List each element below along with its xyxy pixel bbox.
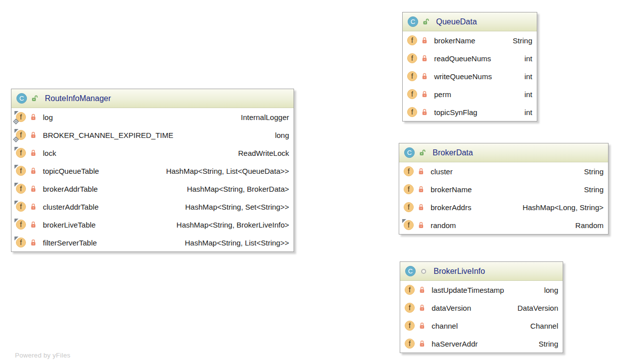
field-type: HashMap<String, List<String>> (177, 239, 289, 247)
private-lock-icon (30, 149, 36, 156)
field-type: HashMap<String, BrokerLiveInfo> (168, 221, 289, 229)
field-icon: f (16, 130, 26, 140)
uml-class-node-BrokerLiveInfo[interactable]: C BrokerLiveInfo f lastUp (400, 261, 563, 353)
field-name: BROKER_CHANNEL_EXPIRED_TIME (43, 131, 173, 139)
field-name: brokerName (431, 185, 472, 194)
field-row[interactable]: f brokerName String (403, 31, 537, 49)
field-type: HashMap<String, BrokerData> (179, 185, 289, 193)
class-name: BrokerLiveInfo (434, 267, 485, 276)
yfiles-watermark: Powered by yFiles (15, 352, 70, 359)
field-name: random (431, 221, 456, 230)
field-type: HashMap<String, Set<String>> (177, 203, 289, 211)
public-open-lock-icon (423, 18, 430, 25)
public-visibility-icon (419, 149, 426, 156)
field-name: log (43, 113, 53, 121)
field-type: Random (567, 221, 604, 230)
private-lock-icon (419, 286, 425, 293)
class-header[interactable]: C RouteInfoManager (11, 89, 294, 108)
field-row[interactable]: f brokerAddrTable HashMap<String, Broker… (11, 180, 294, 198)
field-type: int (516, 108, 532, 117)
fields-section: f brokerName String f readQueueNum (403, 31, 537, 121)
field-row[interactable]: f log InternalLogger (11, 108, 294, 126)
final-marker-icon (14, 183, 18, 187)
field-icon: f (404, 202, 414, 212)
class-header[interactable]: C BrokerData (399, 143, 608, 162)
field-icon: f (407, 53, 417, 63)
field-row[interactable]: f perm int (403, 85, 537, 103)
private-lock-icon (422, 109, 428, 116)
final-marker-icon (14, 147, 18, 151)
field-row[interactable]: f topicSynFlag int (403, 103, 537, 121)
package-visibility-icon (420, 268, 427, 275)
private-lock-icon (30, 185, 36, 192)
private-lock-icon (418, 186, 424, 193)
field-row[interactable]: f haServerAddr String (400, 335, 563, 353)
field-icon: f (407, 71, 417, 81)
final-marker-icon (14, 129, 18, 133)
private-lock-icon (30, 131, 36, 138)
field-type: InternalLogger (233, 113, 289, 121)
field-icon: f (16, 202, 26, 212)
class-name: QueueData (436, 17, 477, 26)
field-name: cluster (431, 167, 453, 176)
uml-class-node-RouteInfoManager[interactable]: C RouteInfoManager f log (11, 89, 294, 252)
class-icon: C (408, 16, 418, 27)
uml-class-node-QueueData[interactable]: C QueueData f brokerName (402, 12, 537, 121)
field-name: lastUpdateTimestamp (432, 286, 504, 294)
field-icon: f (404, 166, 414, 176)
field-name: filterServerTable (43, 239, 97, 247)
field-row[interactable]: f brokerName String (399, 180, 608, 198)
private-lock-icon (422, 55, 428, 62)
private-lock-icon (422, 37, 428, 44)
field-row[interactable]: f topicQueueTable HashMap<String, List<Q… (11, 162, 294, 180)
field-row[interactable]: f writeQueueNums int (403, 67, 537, 85)
field-name: dataVersion (432, 304, 471, 312)
field-name: topicSynFlag (434, 108, 477, 117)
field-type: int (516, 54, 532, 63)
field-row[interactable]: f dataVersion DataVersion (400, 299, 563, 317)
field-row[interactable]: f clusterAddrTable HashMap<String, Set<S… (11, 198, 294, 216)
field-type: ReadWriteLock (230, 149, 289, 157)
field-type: Channel (522, 322, 558, 330)
uml-class-node-BrokerData[interactable]: C BrokerData f cluster (399, 143, 609, 235)
field-icon: f (16, 112, 26, 122)
package-private-icon (421, 269, 426, 274)
final-marker-icon (402, 219, 406, 223)
field-row[interactable]: f lock ReadWriteLock (11, 144, 294, 162)
diagram-canvas[interactable]: C RouteInfoManager f log (0, 0, 619, 364)
final-marker-icon (14, 237, 18, 241)
field-row[interactable]: f random Random (399, 216, 608, 234)
field-name: haServerAddr (432, 340, 478, 348)
field-row[interactable]: f brokerLiveTable HashMap<String, Broker… (11, 216, 294, 234)
field-row[interactable]: f cluster String (399, 162, 608, 180)
field-row[interactable]: f filterServerTable HashMap<String, List… (11, 234, 294, 251)
field-row[interactable]: f channel Channel (400, 317, 563, 335)
field-name: brokerAddrTable (43, 185, 98, 193)
private-lock-icon (418, 168, 424, 175)
final-marker-icon (14, 219, 18, 223)
class-header[interactable]: C BrokerLiveInfo (400, 262, 563, 281)
final-marker-icon (14, 201, 18, 205)
field-row[interactable]: f brokerAddrs HashMap<Long, String> (399, 198, 608, 216)
field-name: channel (432, 322, 458, 330)
public-visibility-icon (423, 18, 430, 25)
field-type: long (536, 286, 558, 294)
private-lock-icon (418, 204, 424, 211)
field-icon: f (16, 220, 26, 230)
field-row[interactable]: f BROKER_CHANNEL_EXPIRED_TIME long (11, 126, 294, 144)
field-type: HashMap<String, List<QueueData>> (158, 167, 289, 175)
public-open-lock-icon (419, 149, 426, 156)
fields-section: f log InternalLogger f BROKER_CHAN (11, 108, 294, 251)
field-name: writeQueueNums (434, 72, 492, 81)
field-name: clusterAddrTable (43, 203, 99, 211)
private-lock-icon (422, 73, 428, 80)
class-header[interactable]: C QueueData (403, 12, 537, 31)
field-type: long (267, 131, 289, 139)
public-visibility-icon (31, 95, 38, 102)
field-name: readQueueNums (434, 54, 491, 63)
field-row[interactable]: f lastUpdateTimestamp long (400, 281, 563, 299)
private-lock-icon (30, 203, 36, 210)
field-icon: f (407, 107, 417, 117)
field-row[interactable]: f readQueueNums int (403, 49, 537, 67)
field-icon: f (16, 238, 26, 247)
